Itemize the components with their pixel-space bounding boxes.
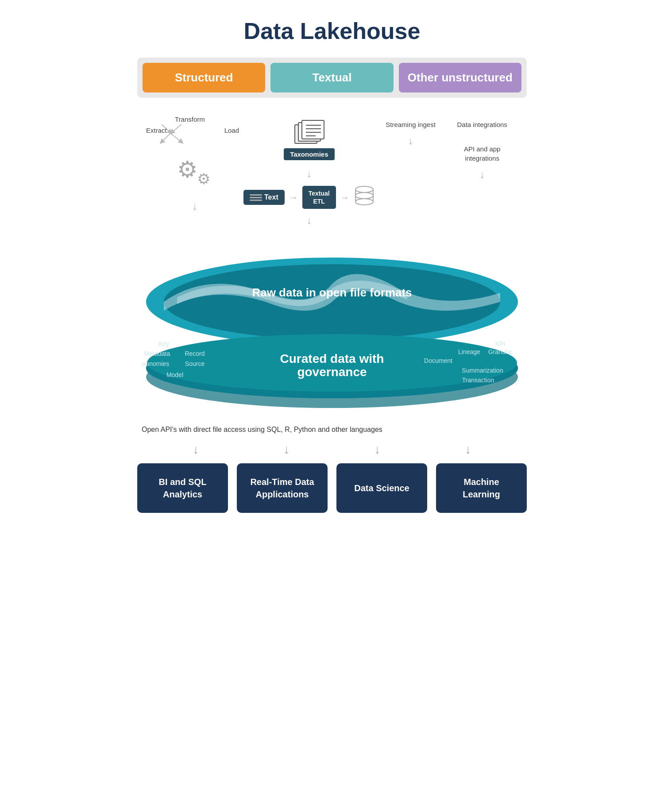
raw-data-text: Raw data in open file formats	[252, 286, 412, 299]
data-types-row: Structured Textual Other unstructured	[137, 58, 527, 98]
curated-data-text: Curated data with	[280, 352, 384, 366]
etl-extract-label: Extract	[146, 127, 167, 134]
output-bi-sql-label: BI and SQL Analytics	[146, 476, 219, 500]
output-boxes: BI and SQL Analytics Real-Time Data Appl…	[137, 463, 527, 513]
text-line-1	[250, 194, 262, 196]
svg-point-10	[355, 199, 373, 205]
output-arrow-1: ↓	[193, 443, 199, 457]
etl-labels: Transform Extract Load	[146, 115, 243, 151]
badge-structured: Structured	[143, 63, 265, 92]
svg-line-0	[162, 133, 170, 142]
svg-text:Metadata: Metadata	[144, 350, 170, 357]
gear-small-icon: ⚙	[197, 171, 210, 186]
svg-text:KPI: KPI	[495, 340, 506, 347]
output-realtime-label: Real-Time Data Applications	[246, 476, 319, 500]
database-svg	[354, 186, 375, 209]
svg-point-8	[355, 186, 373, 192]
flow-arrow-icon: →	[289, 192, 298, 203]
output-data-science: Data Science	[336, 463, 427, 513]
text-line-3	[250, 200, 262, 201]
text-label: Text	[264, 193, 278, 201]
page-layer-1	[301, 120, 324, 139]
svg-point-9	[355, 192, 373, 199]
taxonomy-pages	[293, 120, 324, 146]
lake-container: Raw data in open file formats Curated da…	[142, 244, 522, 412]
svg-text:Key: Key	[158, 340, 169, 347]
data-integrations-label: Data integrations	[457, 120, 507, 129]
text-box: Text	[243, 190, 285, 205]
taxonomy-down-arrow: ↓	[307, 168, 312, 180]
svg-text:Taxonomies: Taxonomies	[142, 360, 169, 367]
ingestion-section: Transform Extract Load ⚙ ⚙ ↓	[137, 115, 527, 227]
badge-textual: Textual	[270, 63, 393, 92]
etl-load-label: Load	[224, 127, 239, 134]
svg-text:Model: Model	[166, 371, 183, 378]
text-line-2	[250, 197, 262, 198]
etl-block: Transform Extract Load ⚙ ⚙ ↓	[146, 115, 243, 212]
svg-line-3	[172, 124, 181, 132]
textual-etl-block: Taxonomies ↓ Text → Textual ETL →	[243, 115, 375, 227]
streaming-block: Streaming ingest ↓	[375, 115, 447, 147]
output-ml-label: Machine Learning	[445, 476, 518, 500]
streaming-ingest-label: Streaming ingest	[386, 120, 436, 129]
etl-down-arrow: ↓	[193, 201, 197, 212]
output-ml: Machine Learning	[436, 463, 527, 513]
gear-big-icon: ⚙	[177, 158, 198, 181]
lake-svg: Raw data in open file formats Curated da…	[142, 244, 522, 412]
textual-down-arrow: ↓	[307, 215, 312, 227]
db-icon	[354, 186, 375, 209]
integrations-arrow: ↓	[480, 169, 485, 181]
taxonomies-label: Taxonomies	[284, 148, 334, 160]
flow-arrow-2-icon: →	[340, 192, 349, 203]
svg-text:Source: Source	[185, 360, 205, 367]
badge-unstructured: Other unstructured	[399, 63, 521, 92]
output-realtime: Real-Time Data Applications	[237, 463, 328, 513]
curated-data-text-2: governance	[297, 365, 367, 379]
output-arrows-row: ↓ ↓ ↓ ↓	[137, 443, 527, 457]
streaming-arrow: ↓	[408, 135, 413, 147]
textual-etl-label: Textual ETL	[309, 190, 330, 205]
api-text: Open API's with direct file access using…	[137, 426, 527, 434]
textual-etl-box: Textual ETL	[302, 186, 336, 209]
taxonomies-icon: Taxonomies	[284, 120, 334, 160]
output-bi-sql: BI and SQL Analytics	[137, 463, 228, 513]
svg-text:Document: Document	[424, 357, 452, 364]
text-lines-icon	[250, 194, 262, 201]
output-data-science-label: Data Science	[354, 482, 409, 494]
svg-text:Transaction: Transaction	[462, 377, 494, 384]
svg-line-1	[170, 133, 181, 142]
data-integrations-block: Data integrations API and app integratio…	[446, 115, 518, 181]
svg-text:Lineage: Lineage	[458, 348, 480, 355]
svg-text:Granular: Granular	[488, 348, 513, 355]
textual-flow: Text → Textual ETL →	[243, 186, 375, 209]
output-arrow-3: ↓	[374, 443, 381, 457]
svg-text:Record: Record	[185, 350, 205, 357]
output-arrow-4: ↓	[465, 443, 471, 457]
api-integrations-label: API and app integrations	[446, 144, 518, 163]
svg-text:Summarization: Summarization	[462, 367, 503, 374]
output-arrow-2: ↓	[284, 443, 290, 457]
etl-gears: ⚙ ⚙	[168, 154, 221, 193]
page-title: Data Lakehouse	[137, 18, 527, 44]
streaming-ingest-group: Streaming ingest ↓	[386, 120, 436, 147]
